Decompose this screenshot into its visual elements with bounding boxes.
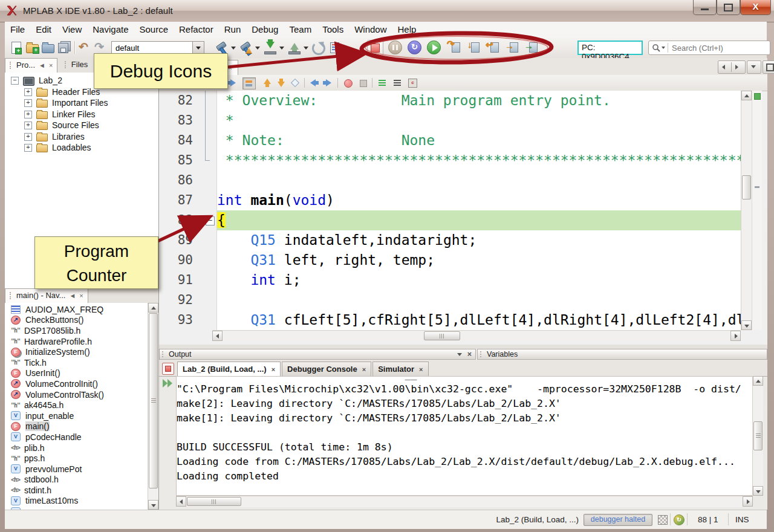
debug-read-dropdown-caret[interactable] (345, 47, 350, 50)
expand-expander[interactable]: + (24, 122, 32, 129)
output-tab-debugger-console[interactable]: Debugger Console× (282, 362, 371, 377)
open-project-button[interactable] (41, 41, 56, 55)
navigator-item-stdint-h[interactable]: <h>stdint.h (5, 485, 148, 496)
menu-view[interactable]: View (57, 22, 87, 34)
stop-macro-button[interactable] (357, 77, 368, 88)
fold-gutter[interactable] (198, 91, 217, 111)
new-project-button[interactable]: + (25, 41, 40, 55)
tree-item-libraries[interactable]: +Libraries (5, 131, 158, 143)
navigator-item-tick-h[interactable]: "h"Tick.h (5, 357, 148, 368)
navigator-item-pps-h[interactable]: "h"pps.h (5, 453, 148, 464)
dock-minimize-icon[interactable]: ◄ (69, 289, 76, 302)
header-source-toggle-button[interactable]: c (407, 77, 418, 88)
navigator-list[interactable]: AUDIO_MAX_FREQ↗CheckButtons()"h"DSP17085… (5, 303, 148, 510)
step-into-button[interactable]: ↓ (466, 41, 480, 53)
minimize-button[interactable] (693, 0, 717, 15)
previous-bookmark-button[interactable] (262, 77, 273, 88)
output-console[interactable]: __"C:\Program Files\Microchip\xc32\v1.00… (176, 376, 753, 496)
fold-gutter[interactable] (198, 230, 217, 250)
menu-tools[interactable]: Tools (317, 22, 349, 34)
menu-run[interactable]: Run (219, 22, 247, 34)
navigator-item-input-enable[interactable]: Vinput_enable (5, 410, 148, 421)
maximize-editor-button[interactable] (763, 60, 774, 74)
navigator-item-prevvolumepot[interactable]: VprevvolumePot (5, 464, 148, 475)
navigator-item-main-[interactable]: Fmain() (5, 421, 148, 432)
close-icon[interactable]: × (49, 59, 53, 72)
toggle-bookmark-button[interactable] (290, 77, 301, 88)
stop-build-button[interactable] (162, 363, 174, 375)
undo-button[interactable]: ↶ (79, 41, 93, 55)
fold-gutter[interactable] (198, 131, 217, 151)
minimize-window-group-icon[interactable] (457, 353, 462, 356)
expand-expander[interactable]: + (24, 144, 32, 152)
tree-item-loadables[interactable]: +Loadables (5, 142, 158, 154)
step-out-button[interactable]: ↩ (486, 41, 499, 53)
fold-gutter[interactable] (198, 190, 217, 210)
line-number[interactable]: 88 (159, 210, 198, 230)
collapse-expander[interactable]: − (11, 77, 19, 85)
tree-item-important-files[interactable]: +Important Files (5, 97, 158, 109)
line-number[interactable]: 90 (159, 250, 198, 270)
output-window-header[interactable]: Output × (159, 349, 476, 360)
close-icon[interactable]: × (419, 366, 423, 373)
menu-file[interactable]: File (5, 22, 30, 34)
uncomment-button[interactable] (392, 77, 403, 88)
horizontal-splitter[interactable] (158, 345, 767, 349)
memory-icon[interactable] (658, 515, 668, 525)
output-tab-simulator[interactable]: Simulator× (372, 362, 428, 377)
maximize-button[interactable] (717, 0, 740, 15)
close-icon[interactable]: × (467, 349, 472, 359)
dock-minimize-icon[interactable]: ◄ (39, 59, 45, 72)
save-all-button[interactable] (57, 41, 71, 55)
build-dropdown-caret[interactable] (231, 47, 236, 50)
navigator-item-audio-max-freq[interactable]: AUDIO_MAX_FREQ (5, 304, 148, 315)
menu-team[interactable]: Team (284, 22, 317, 34)
read-device-dropdown-caret[interactable] (304, 47, 308, 50)
expand-expander[interactable]: + (24, 99, 32, 107)
navigator-item-ak4645a-h[interactable]: "h"ak4645a.h (5, 400, 148, 410)
fold-gutter[interactable] (198, 111, 217, 131)
pause-button[interactable] (388, 41, 402, 54)
close-icon[interactable]: × (272, 366, 275, 373)
comment-button[interactable] (377, 77, 388, 88)
fold-gutter[interactable]: − (198, 210, 217, 230)
clean-build-button[interactable] (238, 41, 253, 55)
fold-gutter[interactable] (198, 151, 217, 170)
line-number[interactable]: 82 (159, 91, 198, 111)
line-number[interactable]: 85 (159, 151, 198, 170)
navigator-item-dsp17085lib-h[interactable]: "h"DSP17085lib.h (5, 325, 148, 336)
close-icon[interactable]: × (79, 289, 83, 302)
reset-button[interactable]: ↻ (408, 41, 421, 54)
close-icon[interactable]: × (362, 366, 366, 373)
menu-source[interactable]: Source (134, 22, 174, 34)
focus-cursor-at-pc-button[interactable]: → (524, 41, 538, 53)
title-bar[interactable]: MPLAB X IDE v1.80 - Lab_2 : default X (0, 0, 774, 22)
debug-read-button[interactable] (329, 41, 343, 55)
code-editor[interactable]: 82 * Overview: Main program entry point.… (159, 91, 741, 330)
line-number[interactable]: 87 (159, 190, 198, 210)
navigator-scrollbar[interactable] (148, 303, 158, 510)
expand-expander[interactable]: + (24, 88, 32, 96)
navigator-item-pcodechandle[interactable]: VpCodecHandle (5, 432, 148, 443)
scroll-tabs-buttons[interactable] (718, 60, 746, 74)
tab-projects[interactable]: Pro...◄× (5, 58, 57, 73)
last-edit-toggle[interactable] (242, 77, 253, 88)
step-over-button[interactable]: ↷ (447, 41, 460, 53)
variables-window-header[interactable]: Variables (477, 349, 767, 360)
refresh-status-icon[interactable]: ↻ (674, 514, 685, 525)
line-number[interactable]: 91 (159, 270, 198, 290)
menu-debug[interactable]: Debug (246, 22, 284, 34)
next-bookmark-button[interactable] (276, 77, 287, 88)
navigator-item-volumecontrolinit-[interactable]: ↗VolumeControlInit() (5, 378, 148, 389)
fold-gutter[interactable] (198, 270, 217, 290)
fold-gutter[interactable] (198, 310, 217, 330)
navigator-item-plib-h[interactable]: <h>plib.h (5, 443, 148, 453)
output-vertical-scrollbar[interactable] (752, 376, 763, 496)
new-file-button[interactable]: + (10, 41, 24, 55)
menu-edit[interactable]: Edit (30, 22, 57, 34)
close-button[interactable]: X (740, 0, 771, 15)
tab-navigator[interactable]: main() - Nav...◄× (5, 288, 88, 303)
fold-gutter[interactable] (198, 170, 217, 190)
line-number[interactable]: 83 (159, 111, 198, 131)
navigator-item-timelast10ms[interactable]: VtimeLast10ms (5, 496, 148, 507)
